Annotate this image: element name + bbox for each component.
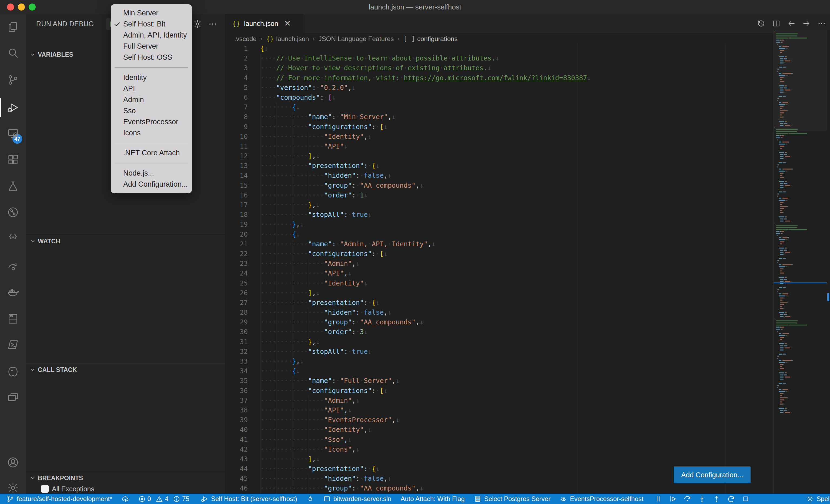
activity-item-testing[interactable]: [0, 175, 26, 198]
code-line-1[interactable]: 1{↓: [225, 44, 773, 54]
activity-item-extension-circle-branch[interactable]: [0, 201, 26, 224]
activity-item-powershell[interactable]: [0, 333, 26, 356]
code-line-29[interactable]: 29················"group":·"AA_compounds…: [225, 317, 773, 327]
code-line-3[interactable]: 3····//·Hover·to·view·descriptions·of·ex…: [225, 63, 773, 73]
code-line-7[interactable]: 7········{↓: [225, 102, 773, 112]
code-line-6[interactable]: 6····"compounds":·[↓: [225, 93, 773, 102]
section-header-watch[interactable]: WATCH: [26, 235, 225, 247]
menu-item-nodejs[interactable]: Node.js...: [111, 168, 192, 179]
activity-item-extension-windows[interactable]: [0, 386, 26, 409]
more-actions-button[interactable]: [817, 19, 826, 28]
code-line-40[interactable]: 40················"Identity",↓: [225, 425, 773, 435]
code-line-36[interactable]: 36············"configurations":·[↓: [225, 386, 773, 396]
menu-item-admin-api-identity[interactable]: Admin, API, Identity: [111, 30, 192, 41]
tab-close-icon[interactable]: ✕: [284, 20, 291, 28]
code-line-9[interactable]: 9············"configurations":·[↓: [225, 122, 773, 132]
code-line-41[interactable]: 41················"Sso",↓: [225, 435, 773, 445]
code-line-12[interactable]: 12············],↓: [225, 151, 773, 161]
code-line-16[interactable]: 16················"order":·1↓: [225, 191, 773, 200]
navigate-forward-button[interactable]: [802, 19, 811, 28]
code-line-24[interactable]: 24················"API",↓: [225, 268, 773, 278]
menu-item-net-core-attach[interactable]: .NET Core Attach: [111, 147, 192, 159]
code-line-26[interactable]: 26············],↓: [225, 288, 773, 298]
menu-item-api[interactable]: API: [111, 83, 192, 94]
menu-item-admin[interactable]: Admin: [111, 94, 192, 105]
tab-launch-json[interactable]: {} launch.json ✕: [225, 14, 304, 33]
spell-checker-status[interactable]: Spell: [806, 495, 830, 503]
code-line-43[interactable]: 43············],↓: [225, 454, 773, 464]
pause-button[interactable]: [654, 495, 662, 503]
code-line-22[interactable]: 22············"configurations":·[↓: [225, 249, 773, 259]
code-line-38[interactable]: 38················"API",↓: [225, 405, 773, 415]
activity-item-extension-storage[interactable]: [0, 307, 26, 330]
activity-item-explorer[interactable]: [0, 16, 26, 38]
problems-status[interactable]: 0475: [138, 495, 192, 503]
menu-item-full-server[interactable]: Full Server: [111, 41, 192, 52]
auto-attach-status[interactable]: Auto Attach: With Flag: [401, 495, 465, 503]
code-line-42[interactable]: 42················"Icons",↓: [225, 445, 773, 454]
menu-item-min-server[interactable]: Min Server: [111, 7, 192, 19]
activity-item-postgresql[interactable]: [0, 360, 26, 383]
navigate-back-button[interactable]: [787, 19, 796, 28]
debug-target-status[interactable]: EventsProcessor-selfhost: [560, 495, 643, 503]
debug-settings-gear-button[interactable]: [191, 18, 204, 30]
step-over-button[interactable]: [683, 495, 692, 503]
split-editor-button[interactable]: [772, 19, 781, 28]
code-line-4[interactable]: 4····//·For·more·information,·visit:·htt…: [225, 73, 773, 83]
activity-item-docker[interactable]: [0, 280, 26, 303]
code-line-31[interactable]: 31············},↓: [225, 337, 773, 347]
activity-item-extensions[interactable]: [0, 148, 26, 171]
code-line-30[interactable]: 30················"order":·3↓: [225, 327, 773, 337]
code-line-14[interactable]: 14················"hidden":·false,↓: [225, 171, 773, 180]
code-line-46[interactable]: 46················"group":·"AA_compounds…: [225, 483, 773, 493]
add-configuration-button[interactable]: Add Configuration...: [674, 466, 751, 483]
code-line-28[interactable]: 28················"hidden":·false,↓: [225, 308, 773, 317]
activity-item-remote-explorer[interactable]: [0, 122, 26, 145]
git-branch-status[interactable]: feature/self-hosted-development*: [6, 495, 113, 503]
code-line-35[interactable]: 35············"name":·"Full·Server",↓: [225, 376, 773, 386]
code-line-33[interactable]: 33········},↓: [225, 357, 773, 366]
code-line-27[interactable]: 27············"presentation":·{↓: [225, 298, 773, 308]
breakpoint-checkbox[interactable]: [41, 485, 49, 493]
scrollbar[interactable]: [827, 30, 830, 494]
code-line-2[interactable]: 2····//·Use·IntelliSense·to·learn·about·…: [225, 54, 773, 63]
code-line-5[interactable]: 5····"version":·"0.2.0",↓: [225, 83, 773, 93]
code-line-15[interactable]: 15················"group":·"AA_compounds…: [225, 181, 773, 191]
code-line-23[interactable]: 23················"Admin",↓: [225, 259, 773, 268]
code-line-13[interactable]: 13············"presentation":·{↓: [225, 161, 773, 171]
sync-status[interactable]: [122, 495, 129, 503]
breadcrumb-item-configurations[interactable]: [ ]configurations: [404, 35, 458, 43]
section-header-call-stack[interactable]: CALL STACK: [26, 364, 225, 376]
menu-item-eventsprocessor[interactable]: EventsProcessor: [111, 116, 192, 128]
menu-item-sso[interactable]: Sso: [111, 105, 192, 116]
menu-item-self-host-bit[interactable]: Self Host: Bit: [111, 19, 192, 30]
activity-item-source-control[interactable]: 47: [0, 69, 26, 91]
code-line-37[interactable]: 37················"Admin",↓: [225, 396, 773, 405]
menu-item-add-configuration[interactable]: Add Configuration...: [111, 179, 192, 190]
breadcrumb-item-launch-json[interactable]: {}launch.json: [266, 35, 309, 43]
activity-item-run-and-debug[interactable]: [0, 96, 26, 119]
code-line-20[interactable]: 20········{↓: [225, 230, 773, 239]
activity-item-search[interactable]: [0, 42, 26, 64]
continue-button[interactable]: [669, 495, 677, 503]
postgres-server-status[interactable]: Select Postgres Server: [474, 495, 550, 503]
code-line-21[interactable]: 21············"name":·"Admin,·API,·Ident…: [225, 239, 773, 249]
code-line-8[interactable]: 8············"name":·"Min·Server",↓: [225, 112, 773, 122]
debug-config-status[interactable]: Self Host: Bit (server-selfhost): [201, 495, 297, 503]
code-line-34[interactable]: 34········{↓: [225, 366, 773, 376]
section-header-breakpoints[interactable]: BREAKPOINTS: [26, 472, 225, 484]
timeline-button[interactable]: [757, 19, 766, 28]
minimap[interactable]: [773, 30, 827, 494]
step-out-button[interactable]: [712, 495, 721, 503]
code-line-25[interactable]: 25················"Identity"↓: [225, 278, 773, 288]
activity-item-live-share[interactable]: [0, 255, 26, 277]
flame-status[interactable]: [307, 495, 314, 503]
activity-item-accounts[interactable]: [0, 451, 26, 474]
code-line-18[interactable]: 18············"stopAll":·true↓: [225, 210, 773, 220]
code-line-10[interactable]: 10················"Identity",↓: [225, 132, 773, 141]
code-line-19[interactable]: 19········},↓: [225, 220, 773, 229]
breadcrumb-item--vscode[interactable]: .vscode: [234, 35, 257, 43]
code-line-39[interactable]: 39················"EventsProcessor",↓: [225, 415, 773, 425]
step-into-button[interactable]: [698, 495, 706, 503]
code-line-32[interactable]: 32············"stopAll":·true↓: [225, 347, 773, 357]
